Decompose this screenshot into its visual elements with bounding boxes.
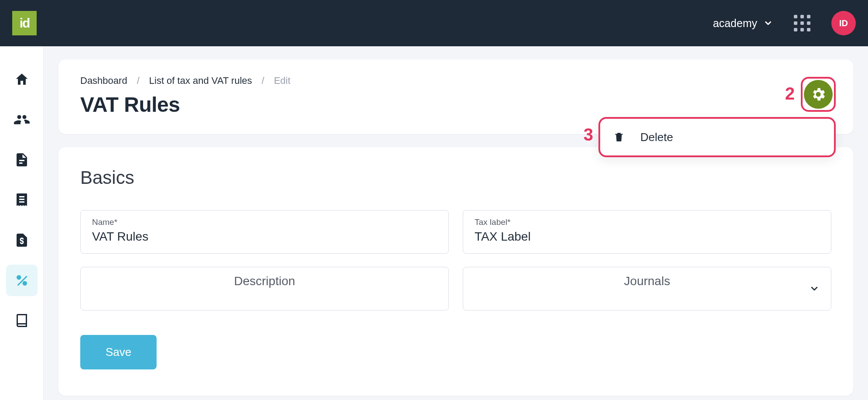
settings-gear-button[interactable] [801,77,836,112]
chevron-down-icon [809,283,820,294]
field-tax-label[interactable]: Tax label* [463,210,831,254]
apps-grid-icon[interactable] [794,15,810,31]
breadcrumb-separator: / [137,75,140,86]
breadcrumb-list[interactable]: List of tax and VAT rules [149,75,252,86]
form-grid: Name* Tax label* Description Journals [80,210,831,310]
dollar-file-icon [14,232,30,248]
receipt-icon [14,192,30,208]
gear-icon [810,86,827,103]
field-description[interactable]: Description [80,267,449,310]
gear-circle [804,80,833,109]
tax-label-label: Tax label* [475,217,820,227]
breadcrumb-dashboard[interactable]: Dashboard [80,75,127,86]
save-button[interactable]: Save [80,335,157,369]
main-content: Dashboard / List of tax and VAT rules / … [44,46,868,400]
document-icon [14,152,30,168]
breadcrumb-separator: / [262,75,264,86]
field-name[interactable]: Name* [80,210,449,254]
home-icon [14,72,30,87]
workspace-switcher[interactable]: academy [713,17,773,30]
avatar-initials: ID [839,18,848,28]
name-input[interactable] [92,230,437,244]
description-placeholder: Description [234,274,295,288]
field-journals[interactable]: Journals [463,267,831,310]
page-title: VAT Rules [80,93,831,117]
tax-label-input[interactable] [475,230,820,244]
journals-placeholder: Journals [624,274,670,288]
topbar: id academy ID [0,0,868,46]
save-button-label: Save [106,345,131,359]
sidebar-item-tax[interactable] [6,265,38,296]
sidebar [0,46,44,400]
sidebar-item-expenses[interactable] [6,224,38,256]
delete-label: Delete [640,131,673,144]
brand-logo: id [12,11,37,35]
people-icon [14,112,30,128]
name-label: Name* [92,217,437,227]
sidebar-item-receipts[interactable] [6,184,38,216]
sidebar-item-documents[interactable] [6,144,38,176]
form-card: Basics Name* Tax label* Description Jour… [58,147,853,396]
sidebar-item-contacts[interactable] [6,104,38,135]
breadcrumb-current: Edit [274,75,290,86]
sidebar-item-ledger[interactable] [6,305,38,336]
percent-icon [14,272,30,288]
trash-icon [613,131,625,143]
annotation-number-3: 3 [584,125,593,145]
chevron-down-icon [763,18,773,28]
user-avatar[interactable]: ID [831,11,856,35]
annotation-number-2: 2 [785,84,795,103]
sidebar-item-home[interactable] [6,64,38,95]
breadcrumb: Dashboard / List of tax and VAT rules / … [80,75,831,86]
topbar-right: academy ID [713,11,856,35]
settings-menu-delete[interactable]: Delete [598,117,836,157]
page-header-card: Dashboard / List of tax and VAT rules / … [58,59,853,134]
book-icon [14,313,30,328]
workspace-name: academy [713,17,757,30]
section-title: Basics [80,167,831,188]
